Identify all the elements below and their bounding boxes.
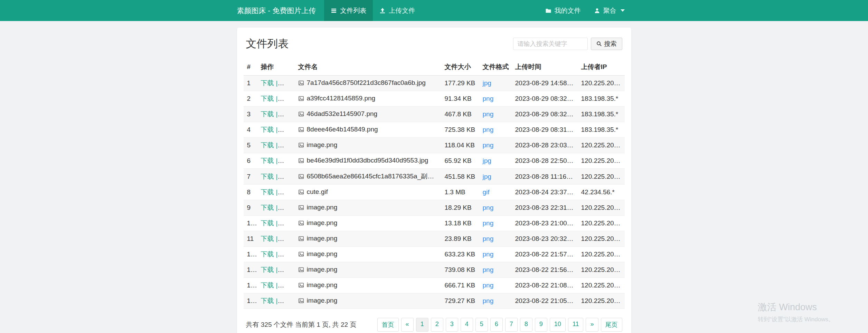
download-link[interactable]: 下载 — [261, 204, 274, 211]
file-format-link[interactable]: png — [483, 219, 494, 227]
file-format-link[interactable]: png — [483, 126, 494, 133]
file-format-link[interactable]: jpg — [483, 79, 491, 87]
nav-item-my-files[interactable]: 我的文件 — [539, 0, 587, 21]
file-format-link[interactable]: gif — [483, 188, 490, 196]
file-size: 451.58 KB — [441, 169, 479, 185]
download-link[interactable]: 下载 — [261, 157, 274, 164]
file-format-link[interactable]: png — [483, 141, 494, 149]
download-link[interactable]: 下载 — [261, 110, 274, 118]
action-separator: | — [276, 79, 278, 87]
pagination-item[interactable]: 4 — [461, 318, 473, 332]
download-link[interactable]: 下载 — [261, 297, 274, 304]
row-filename-cell: be46e39d9d1f0dd3dbcd95d340d9553.jpg — [295, 153, 441, 169]
row-format-cell: png — [479, 262, 512, 278]
brand[interactable]: 素颜图床 - 免费图片上传 — [237, 0, 316, 21]
nav-item-label: 上传文件 — [389, 6, 415, 15]
pagination: 首页«1234567891011»尾页 — [377, 318, 622, 332]
image-file-icon — [298, 174, 304, 181]
pagination-item[interactable]: 9 — [535, 318, 547, 332]
row-filename-cell: 8deee46e4b145849.png — [295, 122, 441, 138]
pagination-item[interactable]: 8 — [520, 318, 532, 332]
nav-item-upload[interactable]: 上传文件 — [373, 0, 422, 21]
file-format-link[interactable]: jpg — [483, 173, 491, 180]
upload-time: 2023-08-23 20:32:58 — [512, 231, 578, 247]
row-index: 14 — [244, 278, 257, 293]
pagination-item[interactable]: » — [586, 318, 598, 332]
download-link[interactable]: 下载 — [261, 95, 274, 102]
pagination-item[interactable]: 7 — [505, 318, 518, 332]
main-content: 文件列表 搜索 # 操作 文件名 — [0, 28, 868, 333]
download-link[interactable]: 下载 — [261, 266, 274, 273]
file-name: 6508b65aea2e866145cfc1a8176335a_副本.jpg — [307, 173, 441, 180]
upload-time: 2023-08-22 21:56:26 — [512, 262, 578, 278]
pagination-item[interactable]: 10 — [550, 318, 566, 332]
file-name: be46e39d9d1f0dd3dbcd95d340d9553.jpg — [307, 157, 428, 164]
row-filename-cell: image.png — [295, 138, 441, 153]
upload-time: 2023-08-22 21:05:18 — [512, 293, 578, 309]
file-format-link[interactable]: png — [483, 204, 494, 211]
uploader-ip: 183.198.35.* — [578, 122, 625, 138]
action-separator: | — [276, 141, 278, 149]
pagination-item[interactable]: 11 — [568, 318, 584, 332]
row-filename-cell: image.png — [295, 293, 441, 309]
table-row: 14 下载|查看 image.png 666.71 KB png 2023-08… — [244, 278, 625, 293]
row-filename-cell: image.png — [295, 262, 441, 278]
download-link[interactable]: 下载 — [261, 173, 274, 180]
file-format-link[interactable]: png — [483, 282, 494, 289]
image-file-icon — [298, 189, 304, 197]
image-file-icon — [298, 251, 304, 259]
action-separator: | — [276, 297, 278, 304]
image-file-icon — [298, 111, 304, 119]
pagination-item[interactable]: 首页 — [377, 318, 399, 332]
download-link[interactable]: 下载 — [261, 141, 274, 149]
action-separator: | — [276, 95, 278, 102]
row-filename-cell: a39fcc4128145859.png — [295, 91, 441, 107]
table-row: 10 下载|查看 image.png 13.18 KB png 2023-08-… — [244, 216, 625, 231]
file-size: 65.92 KB — [441, 153, 479, 169]
download-link[interactable]: 下载 — [261, 188, 274, 196]
pagination-item[interactable]: 1 — [416, 318, 428, 332]
pagination-item[interactable]: 3 — [446, 318, 458, 332]
download-link[interactable]: 下载 — [261, 251, 274, 258]
file-size: 177.29 KB — [441, 76, 479, 91]
search-input[interactable] — [513, 38, 588, 50]
image-file-icon — [298, 142, 304, 150]
search-button-label: 搜索 — [604, 40, 617, 48]
file-format-link[interactable]: png — [483, 235, 494, 242]
file-name: 46dad532e1145907.png — [307, 110, 378, 117]
file-format-link[interactable]: png — [483, 266, 494, 273]
download-link[interactable]: 下载 — [261, 79, 274, 87]
file-size: 1.3 MB — [441, 185, 479, 200]
file-format-link[interactable]: png — [483, 95, 494, 102]
download-link[interactable]: 下载 — [261, 126, 274, 133]
upload-time: 2023-08-29 08:31:52 — [512, 122, 578, 138]
image-file-icon — [298, 205, 304, 212]
pagination-item[interactable]: « — [401, 318, 414, 332]
pagination-item[interactable]: 6 — [490, 318, 503, 332]
download-link[interactable]: 下载 — [261, 219, 274, 227]
pagination-item[interactable]: 尾页 — [601, 318, 622, 332]
pagination-item[interactable]: 2 — [431, 318, 443, 332]
file-format-link[interactable]: jpg — [483, 157, 491, 164]
file-format-link[interactable]: png — [483, 110, 494, 118]
row-actions: 下载|查看 — [257, 231, 295, 247]
download-link[interactable]: 下载 — [261, 282, 274, 289]
action-separator: | — [276, 126, 278, 133]
upload-time: 2023-08-23 22:31:38 — [512, 200, 578, 216]
file-count-summary: 共有 325 个文件 当前第 1 页, 共 22 页 — [246, 320, 357, 329]
file-format-link[interactable]: png — [483, 251, 494, 258]
image-file-icon — [298, 267, 304, 274]
navbar: 素颜图床 - 免费图片上传 文件列表 上传文件 我的文件 — [0, 0, 868, 21]
row-format-cell: png — [479, 278, 512, 293]
pagination-item[interactable]: 5 — [475, 318, 488, 332]
download-link[interactable]: 下载 — [261, 235, 274, 242]
image-file-icon — [298, 282, 304, 290]
col-header-actions: 操作 — [257, 59, 295, 76]
nav-item-label: 我的文件 — [555, 6, 581, 15]
file-format-link[interactable]: png — [483, 297, 494, 304]
search-button[interactable]: 搜索 — [591, 38, 622, 50]
nav-item-aggregate-dropdown[interactable]: 聚合 — [587, 0, 631, 21]
table-row: 6 下载|查看 be46e39d9d1f0dd3dbcd95d340d9553.… — [244, 153, 625, 169]
nav-item-file-list[interactable]: 文件列表 — [324, 0, 373, 21]
uploader-ip: 183.198.35.* — [578, 107, 625, 122]
